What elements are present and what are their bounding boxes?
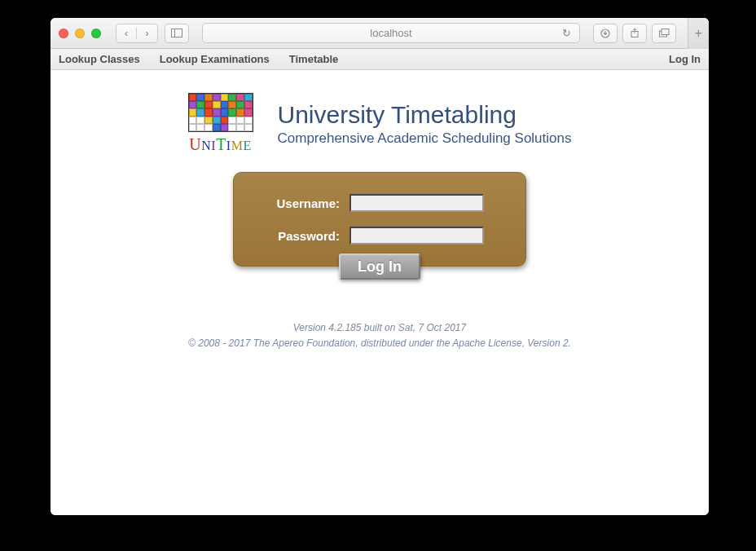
sidebar-toggle-button[interactable] — [165, 24, 189, 43]
menu-lookup-classes[interactable]: Lookup Classes — [59, 53, 140, 65]
zoom-window-button[interactable] — [91, 29, 101, 38]
toolbar-right — [593, 24, 676, 43]
username-input[interactable] — [349, 194, 484, 212]
nav-back-forward[interactable]: ‹ › — [116, 24, 158, 43]
window-controls — [59, 29, 101, 38]
footer-copyright: © 2008 - 2017 The Apereo Foundation, dis… — [188, 336, 571, 351]
page-titles: University Timetabling Comprehensive Aca… — [278, 101, 572, 147]
app-menubar: Lookup Classes Lookup Examinations Timet… — [51, 49, 709, 70]
username-label: Username: — [250, 196, 340, 210]
logo: UNITIME — [188, 93, 253, 154]
password-label: Password: — [250, 229, 340, 243]
tabs-button[interactable] — [652, 24, 676, 43]
menu-lookup-examinations[interactable]: Lookup Examinations — [160, 53, 270, 65]
back-icon[interactable]: ‹ — [116, 28, 137, 39]
browser-titlebar: ‹ › localhost ↻ + — [51, 18, 709, 49]
login-box: Username: Password: — [233, 172, 526, 267]
forward-icon[interactable]: › — [137, 28, 157, 39]
password-row: Password: — [250, 227, 509, 245]
page-content: UNITIME University Timetabling Comprehen… — [51, 70, 709, 515]
login-box-wrap: Username: Password: Log In — [233, 172, 526, 280]
new-tab-button[interactable]: + — [688, 18, 709, 49]
address-bar[interactable]: localhost ↻ — [202, 23, 580, 43]
address-text: localhost — [370, 27, 411, 39]
minimize-window-button[interactable] — [75, 29, 85, 38]
browser-window: ‹ › localhost ↻ + Lookup Classes Lookup … — [51, 18, 709, 515]
menu-timetable[interactable]: Timetable — [289, 53, 338, 65]
footer-version: Version 4.2.185 built on Sat, 7 Oct 2017 — [188, 320, 571, 336]
page-header: UNITIME University Timetabling Comprehen… — [188, 93, 572, 154]
logo-wordmark: UNITIME — [189, 135, 251, 154]
svg-rect-0 — [172, 29, 182, 37]
svg-rect-5 — [662, 29, 669, 35]
logo-grid-icon — [188, 93, 253, 132]
downloads-button[interactable] — [593, 24, 618, 43]
page-subtitle: Comprehensive Academic Scheduling Soluti… — [278, 130, 572, 147]
login-submit-button[interactable]: Log In — [339, 253, 420, 280]
reload-icon[interactable]: ↻ — [562, 27, 571, 39]
page-title: University Timetabling — [278, 101, 572, 129]
share-button[interactable] — [622, 24, 647, 43]
password-input[interactable] — [349, 227, 484, 245]
page-footer: Version 4.2.185 built on Sat, 7 Oct 2017… — [188, 320, 571, 351]
close-window-button[interactable] — [59, 29, 68, 38]
menu-login[interactable]: Log In — [669, 53, 701, 65]
username-row: Username: — [250, 194, 509, 212]
